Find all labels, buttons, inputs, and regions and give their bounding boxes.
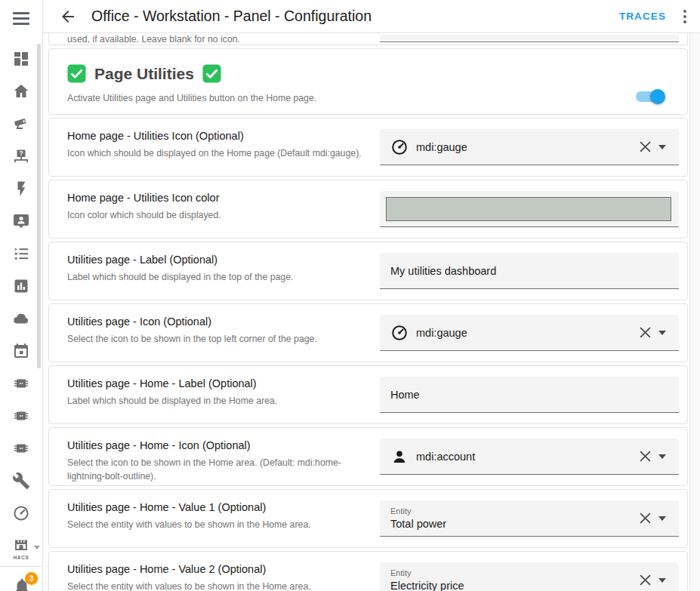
section-title: Page Utilities (94, 65, 194, 83)
config-row: Home page - Utilities Icon color Icon co… (48, 180, 688, 239)
gauge-icon (390, 138, 409, 156)
sidebar-item-device-1[interactable] (0, 367, 42, 399)
check-mark-emoji (67, 64, 86, 83)
sidebar-item-cloud[interactable] (0, 302, 42, 334)
sidebar-item-device-3[interactable] (0, 432, 42, 464)
row-description: Label which should be displayed in the t… (67, 271, 375, 285)
color-swatch[interactable] (386, 197, 671, 221)
row-description: Select the entity with values to be show… (67, 580, 375, 591)
overflow-menu-icon[interactable] (674, 5, 696, 28)
help-network-icon: ? (12, 147, 30, 165)
sidebar-item-device-2[interactable] (0, 399, 42, 432)
row-description: Icon which should be displayed on the Ho… (67, 147, 375, 161)
config-row: Utilities page - Home - Icon (Optional) … (48, 427, 688, 486)
check-mark-emoji (202, 64, 221, 83)
traces-button[interactable]: TRACES (619, 11, 666, 22)
color-picker-input[interactable] (380, 191, 679, 227)
svg-text:?: ? (19, 149, 23, 156)
cctv-icon (12, 115, 30, 133)
config-row: Home page - Utilities Icon (Optional) Ic… (48, 118, 688, 177)
chevron-down-icon[interactable] (655, 325, 670, 340)
entity-field-label: Entity (390, 506, 635, 516)
text-input-value: Home (390, 389, 668, 401)
sidebar-item-hacs[interactable]: HACS (0, 529, 42, 566)
sidebar-item-calendar[interactable] (0, 334, 42, 367)
sidebar-item-home[interactable] (0, 75, 42, 107)
sidebar-item-tools[interactable] (0, 464, 42, 497)
gauge-icon (390, 324, 409, 342)
chart-box-icon (12, 277, 30, 295)
chevron-down-icon[interactable] (34, 546, 40, 549)
cloud-icon (12, 309, 30, 328)
clear-icon[interactable] (635, 571, 655, 590)
config-row: Utilities page - Home - Value 2 (Optiona… (48, 551, 688, 591)
row-description: Label which should be displayed in the H… (67, 395, 375, 408)
text-input-value: My utilities dashboard (390, 265, 668, 277)
clear-icon[interactable] (635, 323, 655, 343)
row-description: Icon color which should be displayed. (67, 209, 375, 223)
clear-icon[interactable] (635, 447, 655, 466)
row-description: Select the entity with values to be show… (67, 519, 375, 532)
row-description: used, if available. Leave blank for no i… (67, 34, 240, 43)
sidebar-item-notifications[interactable]: 3 (12, 577, 32, 591)
account-icon (390, 448, 409, 466)
chevron-down-icon[interactable] (655, 140, 670, 155)
wrench-icon (12, 472, 30, 490)
section-page-utilities: Page Utilities Activate Utilities page a… (48, 48, 688, 115)
hacs-label: HACS (14, 555, 29, 560)
entity-select-input[interactable]: Entity Electricity price (380, 562, 679, 591)
sidebar-item-persons[interactable] (0, 205, 42, 237)
config-row: Utilities page - Label (Optional) Label … (48, 242, 688, 300)
config-row: Utilities page - Home - Value 1 (Optiona… (48, 489, 688, 548)
chevron-down-icon[interactable] (655, 449, 670, 464)
sidebar-divider (0, 566, 42, 567)
chevron-down-icon[interactable] (655, 573, 670, 588)
icon-select-value: mdi:gauge (416, 327, 635, 339)
sidebar-item-todo[interactable] (0, 237, 42, 269)
page-scrollbar[interactable] (689, 33, 700, 591)
sidebar-item-energy[interactable] (0, 172, 42, 205)
icon-select-input[interactable]: mdi:account (380, 439, 679, 475)
icon-select-input[interactable]: mdi:gauge (380, 129, 679, 165)
entity-field-label: Entity (390, 568, 635, 577)
row-description: Select the icon to be shown in the top l… (67, 333, 375, 346)
sidebar-item-help-network[interactable]: ? (0, 140, 42, 172)
text-input[interactable] (380, 35, 679, 42)
notification-badge: 3 (25, 572, 38, 585)
config-row-partial: used, if available. Leave blank for no i… (48, 33, 688, 45)
sidebar-item-cameras[interactable] (0, 107, 42, 140)
sidebar: ? (0, 0, 43, 591)
arrow-left-icon (59, 8, 77, 26)
text-input[interactable]: My utilities dashboard (380, 253, 679, 289)
sidebar-scrollbar[interactable] (37, 44, 41, 368)
gauge-icon (12, 504, 30, 522)
icon-select-input[interactable]: mdi:gauge (380, 315, 679, 351)
section-description: Activate Utilities page and Utilities bu… (67, 93, 669, 103)
clear-icon[interactable] (635, 509, 655, 528)
chevron-down-icon[interactable] (655, 511, 670, 526)
clear-icon[interactable] (635, 137, 655, 157)
sidebar-item-history[interactable] (0, 269, 42, 302)
chip-icon (12, 407, 30, 425)
app-header: Office - Workstation - Panel - Configura… (43, 0, 700, 33)
sidebar-item-dashboard[interactable] (0, 42, 42, 75)
text-input[interactable]: Home (380, 377, 679, 413)
menu-icon[interactable] (13, 12, 29, 25)
sidebar-item-gauge[interactable] (0, 497, 42, 529)
home-icon (12, 82, 30, 100)
back-button[interactable] (58, 7, 78, 26)
entity-select-input[interactable]: Entity Total power (380, 500, 679, 537)
config-row: Utilities page - Home - Label (Optional)… (48, 365, 688, 424)
dashboard-icon (12, 50, 30, 68)
icon-select-value: mdi:account (416, 451, 635, 463)
chip-icon (12, 374, 30, 392)
entity-select-value: Total power (390, 518, 635, 530)
list-icon (12, 245, 30, 263)
account-box-icon (12, 212, 30, 230)
icon-select-value: mdi:gauge (416, 141, 635, 153)
hacs-icon (12, 536, 30, 554)
entity-select-value: Electricity price (390, 580, 635, 591)
row-description: Select the icon to be shown in the Home … (67, 457, 375, 484)
page-utilities-toggle[interactable] (636, 91, 663, 102)
config-panel: used, if available. Leave blank for no i… (44, 33, 689, 591)
